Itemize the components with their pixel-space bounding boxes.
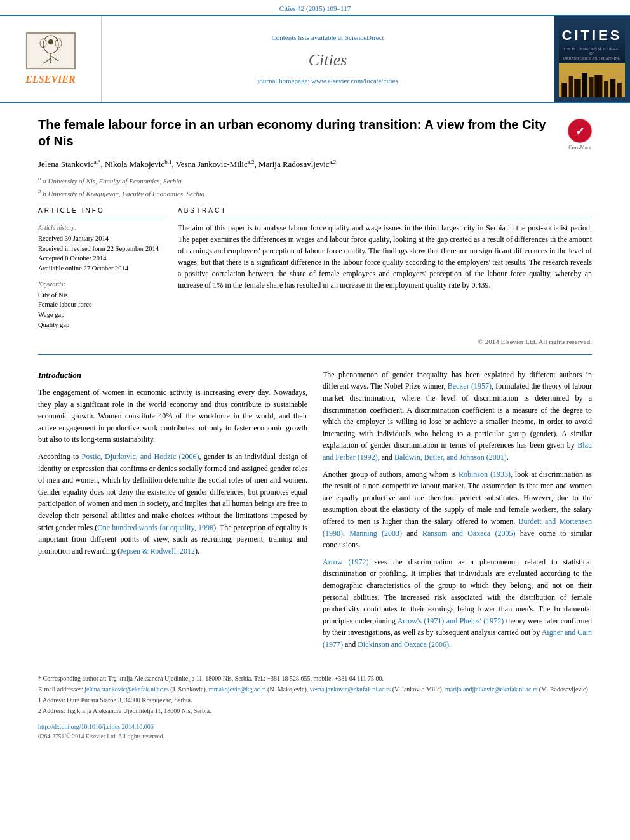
right-p3suf: sees the discrimination as a phenomenon … bbox=[323, 557, 592, 625]
para2-end: ). bbox=[195, 547, 199, 556]
crossmark-svg: ✓ bbox=[568, 119, 592, 143]
crossmark-label: CrossMark bbox=[568, 144, 592, 151]
email-label: E-mail addresses: bbox=[38, 686, 83, 693]
right-para2: Another group of authors, among whom is … bbox=[323, 469, 592, 551]
journal-center-info: Contents lists available at ScienceDirec… bbox=[102, 16, 554, 102]
cities-subtitle: THE INTERNATIONAL JOURNAL OFURBAN POLICY… bbox=[559, 47, 625, 61]
right-link8[interactable]: Arrow (1972) bbox=[323, 557, 369, 566]
email1-name: (J. Stankovic), bbox=[169, 686, 208, 693]
email4[interactable]: marija.andjjelkovic@eknfak.ni.ac.rs bbox=[445, 686, 537, 693]
body-right-col: The phenomenon of gender inequality has … bbox=[323, 369, 592, 656]
homepage-label: journal homepage: bbox=[257, 77, 309, 84]
received-date: Received 30 January 2014 bbox=[38, 234, 165, 244]
keyword-3: Wage gap bbox=[38, 310, 165, 320]
right-p2c: and bbox=[402, 529, 422, 538]
right-p2pre: Another group of authors, among whom is bbox=[323, 470, 459, 479]
right-p1c: , and bbox=[378, 453, 394, 462]
homepage-url[interactable]: www.elsevier.com/locate/cities bbox=[311, 77, 398, 84]
abstract-text: The aim of this paper is to analyse labo… bbox=[178, 222, 592, 291]
right-link7[interactable]: Ransom and Oaxaca (2005) bbox=[422, 529, 516, 538]
right-para3: Arrow (1972) sees the discrimination as … bbox=[323, 556, 592, 651]
svg-rect-12 bbox=[574, 79, 580, 98]
right-link1[interactable]: Becker (1957) bbox=[448, 382, 492, 390]
author2-sup: b,1 bbox=[164, 159, 171, 165]
copyright-line: © 2014 Elsevier Ltd. All rights reserved… bbox=[0, 337, 630, 347]
svg-rect-0 bbox=[25, 32, 76, 70]
right-p3d: . bbox=[449, 640, 451, 649]
affiliation-a: a a University of Nis, Faculty of Econom… bbox=[38, 175, 558, 186]
author1-name: Jelena Stankovic bbox=[38, 160, 94, 170]
para2-link2[interactable]: One hundred words for equality, 1998 bbox=[97, 523, 213, 532]
sciencedirect-link-text[interactable]: ScienceDirect bbox=[345, 34, 384, 41]
right-link11[interactable]: Dickinson and Oaxaca (2006) bbox=[358, 640, 449, 649]
journal-header: ELSEVIER Contents lists available at Sci… bbox=[0, 15, 630, 103]
svg-rect-17 bbox=[610, 79, 616, 98]
intro-para1: The engagement of women in economic acti… bbox=[38, 387, 307, 446]
footnote-emails: E-mail addresses: jelena.stankovic@eknfa… bbox=[38, 685, 592, 694]
author4-sup: a,2 bbox=[330, 159, 337, 165]
affiliation-a-text: a University of Nis, Faculty of Economic… bbox=[43, 177, 181, 185]
keyword-2: Female labour force bbox=[38, 300, 165, 310]
affiliation-b-text: b University of Kragujevac, Faculty of E… bbox=[43, 190, 204, 197]
right-link3[interactable]: Baldwin, Butler, and Johnson (2001) bbox=[394, 453, 507, 462]
citation-text: Cities 42 (2015) 109–117 bbox=[279, 4, 351, 12]
crossmark-badge[interactable]: ✓ CrossMark bbox=[568, 119, 592, 151]
article-title-section: The female labour force in an urban econ… bbox=[0, 103, 630, 206]
svg-rect-13 bbox=[582, 73, 587, 98]
body-two-col: Introduction The engagement of women in … bbox=[38, 369, 592, 656]
authors-line: Jelena Stankovica,*, Nikola Makojevicb,1… bbox=[38, 158, 558, 171]
svg-text:✓: ✓ bbox=[575, 125, 585, 138]
elsevier-text: ELSEVIER bbox=[25, 72, 75, 86]
available-date: Available online 27 October 2014 bbox=[38, 264, 165, 274]
email4-name: (M. Radosavljevic) bbox=[537, 686, 588, 693]
body-left-col: Introduction The engagement of women in … bbox=[38, 369, 307, 656]
elsevier-logo-area: ELSEVIER bbox=[0, 16, 102, 102]
svg-rect-14 bbox=[589, 77, 594, 98]
keyword-1: City of Nis bbox=[38, 291, 165, 300]
email3-name: (V. Jankovic-Milic), bbox=[391, 686, 443, 693]
journal-homepage: journal homepage: www.elsevier.com/locat… bbox=[257, 76, 398, 86]
keywords-label: Keywords: bbox=[38, 280, 165, 289]
elsevier-logo: ELSEVIER bbox=[25, 32, 76, 86]
email3[interactable]: vesna.jankovic@eknfak.ni.ac.rs bbox=[310, 686, 391, 693]
footnotes-section: * Corresponding author at: Trg kralja Al… bbox=[0, 669, 630, 720]
author2-name: , Nikola Makojevic bbox=[100, 160, 164, 170]
para2-suffix: , gender is an individual design of iden… bbox=[38, 452, 307, 532]
svg-rect-10 bbox=[561, 83, 567, 98]
para2-prefix: According to bbox=[38, 452, 82, 461]
citation-bar: Cities 42 (2015) 109–117 bbox=[0, 0, 630, 15]
svg-rect-18 bbox=[617, 83, 622, 98]
footnote-star: * Corresponding author at: Trg kralja Al… bbox=[38, 674, 592, 683]
author1-sup: a,* bbox=[94, 159, 101, 165]
right-link9[interactable]: Arrow's (1971) and Phelps' (1972) bbox=[398, 617, 504, 625]
right-link6[interactable]: Manning (2003) bbox=[349, 529, 402, 538]
abstract-panel: ABSTRACT The aim of this paper is to ana… bbox=[178, 206, 592, 331]
email2-name: (N. Makojevic), bbox=[266, 686, 309, 693]
journal-title: Cities bbox=[309, 49, 347, 72]
body-section: Introduction The engagement of women in … bbox=[0, 363, 630, 669]
elsevier-graphic-svg bbox=[25, 32, 76, 70]
keywords-section: Keywords: City of Nis Female labour forc… bbox=[38, 280, 165, 330]
footnote-1: 1 Address: Đure Pucara Starog 3, 34000 K… bbox=[38, 696, 592, 705]
email1[interactable]: jelena.stankovic@eknfak.ni.ac.rs bbox=[84, 686, 169, 693]
abstract-title: ABSTRACT bbox=[178, 206, 592, 218]
title-and-authors: The female labour force in an urban econ… bbox=[38, 116, 558, 200]
cities-cover-image: CITIES THE INTERNATIONAL JOURNAL OFURBAN… bbox=[559, 21, 625, 97]
city-skyline-svg bbox=[559, 63, 625, 98]
svg-rect-11 bbox=[569, 76, 573, 98]
svg-rect-16 bbox=[604, 81, 608, 98]
author3-sup: a,2 bbox=[248, 159, 255, 165]
right-link4[interactable]: Robinson (1933) bbox=[459, 470, 511, 479]
right-p2b: , bbox=[343, 529, 349, 538]
sciencedirect-label: Contents lists available at ScienceDirec… bbox=[271, 33, 384, 43]
crossmark-icon[interactable]: ✓ bbox=[568, 119, 592, 143]
email2[interactable]: mmakojevic@kg.ac.rs bbox=[209, 686, 266, 693]
article-info-title: ARTICLE INFO bbox=[38, 206, 165, 218]
doi-url[interactable]: http://dx.doi.org/10.1016/j.cities.2014.… bbox=[38, 723, 592, 731]
author4-name: , Marija Radosavljevic bbox=[255, 160, 330, 170]
accepted-date: Accepted 8 October 2014 bbox=[38, 254, 165, 263]
article-info-panel: ARTICLE INFO Article history: Received 3… bbox=[38, 206, 165, 331]
para2-link3[interactable]: Jepsen & Rodwell, 2012 bbox=[120, 547, 195, 556]
page: Cities 42 (2015) 109–117 bbox=[0, 0, 630, 840]
para2-link[interactable]: Postic, Djurkovic, and Hodzic (2006) bbox=[82, 452, 199, 461]
